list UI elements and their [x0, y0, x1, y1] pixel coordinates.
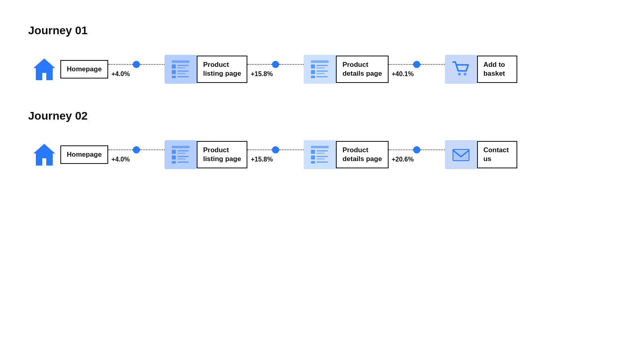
step-home-j1: Homepage	[28, 53, 108, 85]
connector-dot	[272, 146, 279, 153]
svg-rect-30	[177, 162, 189, 163]
journey-02-title: Journey 02	[28, 110, 616, 122]
envelope-icon-j2	[445, 140, 477, 169]
home-label-j2: Homepage	[60, 145, 108, 164]
svg-rect-8	[172, 76, 176, 78]
pct-3-j2: +20.6%	[392, 156, 414, 163]
contact-label-j2: Contactus	[477, 141, 517, 168]
svg-rect-11	[311, 64, 315, 68]
svg-rect-17	[311, 76, 315, 78]
svg-rect-31	[311, 146, 329, 148]
svg-rect-5	[172, 70, 176, 74]
connector-dot	[413, 146, 420, 153]
svg-rect-36	[317, 156, 328, 157]
connector-2-j2: +15.8%	[247, 146, 304, 163]
home-icon	[28, 53, 60, 85]
svg-rect-22	[172, 146, 189, 148]
svg-rect-12	[317, 65, 328, 66]
svg-rect-3	[177, 65, 189, 66]
svg-rect-33	[317, 150, 328, 151]
svg-rect-18	[317, 76, 328, 77]
details-icon-j2	[304, 140, 336, 169]
step-basket-j1: Add tobasket	[445, 55, 517, 84]
svg-rect-35	[311, 155, 315, 159]
journey-01-title: Journey 01	[28, 24, 616, 37]
journey-01-section: Journey 01 Homepage +4.0%	[28, 24, 616, 85]
svg-rect-27	[177, 156, 189, 157]
svg-rect-6	[177, 70, 189, 72]
svg-rect-28	[177, 158, 185, 159]
listing-label-j2: Productlisting page	[197, 141, 247, 168]
svg-rect-34	[317, 153, 325, 154]
svg-point-19	[458, 73, 461, 76]
svg-marker-0	[33, 58, 55, 80]
svg-rect-29	[172, 161, 176, 164]
svg-rect-1	[172, 60, 189, 63]
svg-rect-40	[453, 149, 469, 161]
svg-rect-16	[317, 73, 325, 74]
details-icon-j1	[304, 55, 336, 84]
step-listing-j2: Productlisting page	[165, 140, 247, 169]
pct-2-j1: +15.8%	[251, 70, 273, 78]
step-details-j2: Productdetails page	[304, 140, 388, 169]
svg-marker-21	[33, 144, 55, 166]
listing-label-j1: Productlisting page	[197, 56, 247, 83]
svg-rect-24	[177, 150, 189, 151]
listing-icon-j1	[165, 55, 197, 84]
details-label-j1: Productdetails page	[336, 56, 388, 83]
svg-rect-15	[317, 70, 328, 72]
svg-rect-4	[177, 67, 185, 68]
home-icon-j2	[28, 139, 60, 171]
home-label-j1: Homepage	[60, 60, 108, 79]
svg-rect-39	[317, 162, 328, 163]
basket-label-j1: Add tobasket	[477, 56, 517, 83]
connector-dot	[272, 61, 279, 68]
svg-rect-37	[317, 158, 325, 159]
svg-rect-10	[311, 60, 329, 63]
step-contact-j2: Contactus	[445, 140, 517, 169]
step-home-j2: Homepage	[28, 139, 108, 171]
svg-rect-23	[172, 150, 176, 154]
pct-2-j2: +15.8%	[251, 156, 273, 163]
svg-rect-9	[177, 76, 189, 77]
pct-3-j1: +40.1%	[392, 70, 414, 78]
svg-rect-13	[317, 67, 325, 68]
connector-1-j2: +4.0%	[108, 146, 165, 163]
pct-1-j1: +4.0%	[111, 70, 130, 78]
listing-icon-j2	[165, 140, 197, 169]
connector-2-j1: +15.8%	[247, 61, 304, 78]
step-details-j1: Productdetails page	[304, 55, 388, 84]
connector-3-j2: +20.6%	[389, 146, 445, 163]
cart-icon-j1	[445, 55, 477, 84]
connector-1-j1: +4.0%	[108, 61, 165, 78]
connector-dot	[133, 146, 140, 153]
journey-02-flow: Homepage +4.0%	[28, 139, 616, 171]
svg-rect-26	[172, 155, 176, 159]
connector-dot	[413, 61, 420, 68]
svg-rect-25	[177, 153, 185, 154]
details-label-j2: Productdetails page	[336, 141, 388, 168]
svg-rect-32	[311, 150, 315, 154]
pct-1-j2: +4.0%	[111, 156, 130, 163]
svg-rect-38	[311, 161, 315, 164]
step-listing-j1: Productlisting page	[165, 55, 247, 84]
svg-point-20	[463, 73, 466, 76]
svg-rect-7	[177, 73, 185, 74]
connector-dot	[133, 61, 140, 68]
journey-02-section: Journey 02 Homepage +4.0%	[28, 110, 616, 171]
svg-rect-14	[311, 70, 315, 74]
journey-01-flow: Homepage +4.0%	[28, 53, 616, 85]
connector-3-j1: +40.1%	[389, 61, 445, 78]
svg-rect-2	[172, 64, 176, 68]
